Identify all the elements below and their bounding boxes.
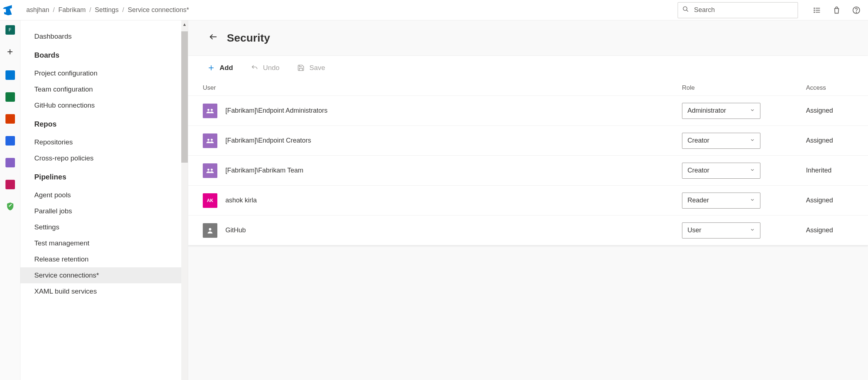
undo-button: Undo: [251, 64, 279, 72]
user-name: [Fabrikam]\Endpoint Administrators: [225, 107, 328, 115]
marketplace-icon[interactable]: [832, 6, 841, 15]
role-select[interactable]: Administrator: [682, 103, 760, 119]
add-button-label: Add: [220, 64, 233, 72]
sidebar-item-settings[interactable]: Settings: [20, 219, 188, 235]
save-button: Save: [297, 64, 325, 72]
rail-add-icon[interactable]: +: [4, 46, 16, 58]
header-role: Role: [682, 84, 806, 92]
role-select[interactable]: Reader: [682, 193, 760, 209]
table-row[interactable]: GitHub User Assigned: [188, 216, 868, 245]
sidebar-section-boards: Boards: [20, 44, 188, 65]
user-avatar-icon: AK: [203, 193, 217, 208]
table-row[interactable]: [Fabrikam]\Endpoint Creators Creator Ass…: [188, 126, 868, 156]
chevron-down-icon: [750, 197, 755, 204]
group-avatar-icon: [203, 163, 217, 178]
sidebar-item-service-connections[interactable]: Service connections*: [20, 267, 188, 283]
breadcrumb-item[interactable]: ashjhan: [26, 6, 49, 14]
help-icon[interactable]: [852, 6, 861, 15]
svg-point-19: [209, 228, 212, 230]
group-avatar-icon: [203, 104, 217, 118]
rail-repos-icon[interactable]: [4, 91, 16, 103]
svg-point-18: [211, 168, 213, 171]
svg-point-0: [683, 7, 687, 11]
sidebar-item-release-retention[interactable]: Release retention: [20, 251, 188, 267]
list-icon[interactable]: [813, 6, 821, 15]
user-name: GitHub: [225, 226, 246, 234]
role-select[interactable]: Creator: [682, 163, 760, 179]
breadcrumb: ashjhan / Fabrikam / Settings / Service …: [26, 6, 189, 14]
breadcrumb-separator: /: [122, 6, 124, 14]
rail-testplans-icon[interactable]: [4, 135, 16, 147]
search-box[interactable]: [678, 2, 798, 18]
svg-point-6: [814, 10, 815, 11]
access-value: Inherited: [806, 167, 853, 174]
search-icon: [682, 6, 689, 14]
svg-point-17: [208, 168, 210, 171]
page-titlebar: Security: [188, 20, 868, 55]
page-title: Security: [227, 32, 270, 44]
search-input[interactable]: [694, 6, 793, 14]
group-avatar-icon: [203, 133, 217, 148]
rail-pipelines-icon[interactable]: [4, 113, 16, 125]
sidebar-item-parallel-jobs[interactable]: Parallel jobs: [20, 203, 188, 219]
sidebar-item-repositories[interactable]: Repositories: [20, 134, 188, 150]
save-icon: [297, 64, 305, 72]
breadcrumb-item[interactable]: Fabrikam: [58, 6, 86, 14]
role-value: Administrator: [687, 107, 726, 115]
settings-sidebar: ▲ Dashboards Boards Project configuratio…: [20, 20, 188, 380]
undo-button-label: Undo: [263, 64, 279, 72]
table-row[interactable]: [Fabrikam]\Fabrikam Team Creator Inherit…: [188, 156, 868, 186]
table-row[interactable]: [Fabrikam]\Endpoint Administrators Admin…: [188, 96, 868, 126]
sidebar-item-github-connections[interactable]: GitHub connections: [20, 97, 188, 113]
role-value: Creator: [687, 137, 709, 144]
access-value: Assigned: [806, 137, 853, 144]
svg-point-14: [211, 109, 213, 111]
sidebar-scroll-up-icon[interactable]: ▲: [182, 22, 187, 27]
rail-extension-icon[interactable]: [4, 179, 16, 190]
table-row[interactable]: AK ashok kirla Reader Assigned: [188, 186, 868, 216]
sidebar-item-test-management[interactable]: Test management: [20, 235, 188, 251]
chevron-down-icon: [750, 226, 755, 234]
role-value: Creator: [687, 167, 709, 174]
sidebar-item-xaml-build-services[interactable]: XAML build services: [20, 283, 188, 299]
svg-point-5: [814, 8, 815, 8]
security-toolbar: Add Undo Save: [188, 56, 868, 80]
rail-boards-icon[interactable]: [4, 69, 16, 81]
save-button-label: Save: [309, 64, 325, 72]
breadcrumb-item[interactable]: Settings: [95, 6, 119, 14]
service-avatar-icon: [203, 223, 217, 238]
rail-project-avatar[interactable]: F: [4, 24, 16, 36]
svg-point-16: [211, 139, 213, 141]
header: ashjhan / Fabrikam / Settings / Service …: [0, 0, 868, 20]
undo-icon: [251, 64, 259, 72]
svg-line-1: [686, 10, 688, 12]
add-button[interactable]: Add: [207, 64, 233, 72]
svg-point-9: [856, 12, 856, 12]
role-value: Reader: [687, 197, 709, 204]
breadcrumb-item[interactable]: Service connections*: [128, 6, 189, 14]
user-name: ashok kirla: [225, 197, 257, 204]
chevron-down-icon: [750, 167, 755, 174]
header-access: Access: [806, 84, 853, 92]
rail-security-icon[interactable]: [4, 201, 16, 212]
role-select[interactable]: Creator: [682, 133, 760, 149]
sidebar-item-agent-pools[interactable]: Agent pools: [20, 187, 188, 203]
sidebar-section-repos: Repos: [20, 113, 188, 134]
rail-artifacts-icon[interactable]: [4, 157, 16, 168]
svg-point-15: [208, 139, 210, 141]
plus-icon: [207, 64, 215, 72]
sidebar-item-team-configuration[interactable]: Team configuration: [20, 81, 188, 97]
azure-devops-logo-icon[interactable]: [3, 5, 13, 15]
sidebar-item-cross-repo-policies[interactable]: Cross-repo policies: [20, 150, 188, 166]
user-name: [Fabrikam]\Endpoint Creators: [225, 137, 311, 144]
user-name: [Fabrikam]\Fabrikam Team: [225, 167, 303, 174]
breadcrumb-separator: /: [89, 6, 91, 14]
sidebar-section-pipelines: Pipelines: [20, 166, 188, 187]
role-select[interactable]: User: [682, 222, 760, 239]
sidebar-item-dashboards[interactable]: Dashboards: [20, 28, 188, 44]
back-arrow-icon[interactable]: [209, 32, 218, 44]
sidebar-scrollbar-thumb[interactable]: [181, 31, 188, 163]
table-header: User Role Access: [188, 80, 868, 96]
sidebar-item-project-configuration[interactable]: Project configuration: [20, 65, 188, 81]
security-table: User Role Access [Fabrikam]\Endpoint Adm…: [188, 80, 868, 245]
